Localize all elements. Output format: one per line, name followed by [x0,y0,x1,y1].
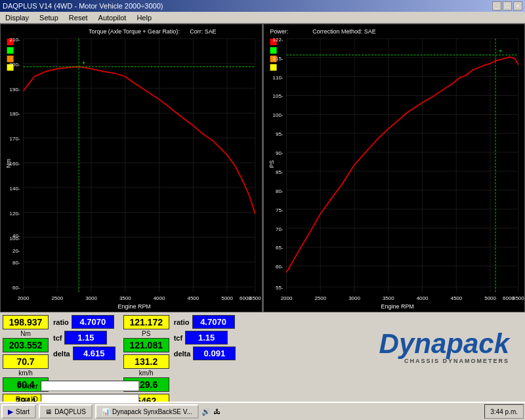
svg-text:90-: 90- [276,150,284,156]
svg-text:3500: 3500 [382,295,394,301]
svg-text:6500: 6500 [513,295,524,301]
svg-text:4000: 4000 [416,295,428,301]
systray: 🔊 🖧 [201,408,220,416]
left-label2: km/h [18,369,33,377]
svg-text:55-: 55- [276,285,284,291]
left-value1-top: 198.937 [3,315,49,329]
left-ratio-value: 4.7070 [72,315,114,329]
svg-text:110-: 110- [272,75,283,81]
left-value2-top: 70.7 [3,354,49,369]
left-label1: Nm [20,329,31,338]
svg-text:180-: 180- [10,111,20,117]
maximize-button[interactable]: □ [503,1,512,10]
svg-text:20-: 20- [12,248,20,254]
svg-text:5000: 5000 [221,295,233,301]
taskbar-time: 3:44 p.m. [484,404,524,419]
svg-text:115-: 115- [272,56,283,62]
folder-row: Folder [5,381,139,391]
svg-text:4000: 4000 [154,295,165,301]
folder-input[interactable] [41,381,139,391]
svg-rect-0 [4,24,259,312]
svg-text:40-: 40- [12,233,20,239]
right-label1: PS [142,329,150,338]
right-value1-bot: 121.081 [123,338,169,352]
svg-text:Engine RPM: Engine RPM [118,303,151,310]
charts-container: Torque (Axle Torque + Gear Ratio): Corr:… [0,24,525,312]
logo-brand: Dynapack [379,330,509,358]
menu-autopilot[interactable]: Autopilot [96,14,129,22]
title-text: DAQPLUS V14 (4WD - Motor Vehicle 2000÷30… [3,2,163,10]
close-button[interactable]: × [513,1,522,10]
taskbar-btn-daqplus[interactable]: 🖥 DAQPLUS [39,404,93,419]
right-ratio-value: 4.7070 [192,315,235,329]
left-data-panel: 198.937 Nm 203.552 70.7 km/h 60.4 2944 r… [3,315,116,375]
taskbar: ▶ Start 🖥 DAQPLUS 📊 Dynapack SynxBackSE … [0,402,525,420]
data-divider [118,315,121,375]
right-delta-value: 0.091 [193,346,236,360]
start-label: Start [16,408,30,415]
taskbar-icon-dynapack: 📊 [102,408,110,415]
left-delta-label: delta [53,350,70,358]
start-button[interactable]: ▶ Start [1,404,36,419]
svg-text:Engine RPM: Engine RPM [381,303,413,310]
svg-text:+: + [82,60,85,66]
svg-text:170-: 170- [10,136,20,142]
start-icon: ▶ [8,408,13,415]
right-delta-label: delta [174,350,191,358]
svg-text:Nm: Nm [5,159,12,168]
svg-text:70-: 70- [276,226,284,232]
svg-text:95-: 95- [276,131,284,137]
minimize-button[interactable]: _ [492,1,501,10]
taskbar-label-daqplus: DAQPLUS [54,408,86,415]
svg-text:80-: 80- [12,260,20,266]
menu-setup[interactable]: Setup [37,14,61,22]
svg-text:75-: 75- [276,207,284,213]
svg-text:120-: 120- [10,211,20,217]
menu-display[interactable]: Display [3,14,32,22]
dynapack-logo: Dynapack CHASSIS DYNAMOMETERS [238,315,522,375]
svg-text:5000: 5000 [484,295,496,301]
right-data-panel: 121.172 PS 121.081 131.2 km/h 129.6 5462… [123,315,236,375]
svg-text:200-: 200- [10,62,20,68]
svg-text:Power:: Power: [270,28,288,35]
svg-text:Correction Method: SAE: Correction Method: SAE [312,28,375,35]
svg-text:3500: 3500 [119,295,131,301]
right-label2: km/h [139,369,154,377]
svg-rect-59 [270,64,276,71]
taskbar-btn-dynapack[interactable]: 📊 Dynapack SynxBackSE V... [95,404,199,419]
svg-text:2000: 2000 [280,295,292,301]
power-chart: Power: Correction Method: SAE [263,24,526,312]
left-tcf-label: tcf [53,334,62,342]
svg-text:2500: 2500 [51,295,63,301]
left-ratio-section: ratio 4.7070 tcf 1.15 delta 4.615 [53,315,116,360]
title-bar-buttons: _ □ × [492,1,522,10]
left-ratio-label: ratio [53,318,69,326]
svg-text:140-: 140- [10,186,20,192]
svg-text:190-: 190- [10,87,20,93]
svg-text:65-: 65- [276,245,284,251]
torque-chart: Torque (Axle Torque + Gear Ratio): Corr:… [0,24,263,312]
right-tcf-value: 1.15 [185,331,228,345]
svg-text:60-: 60- [12,285,20,291]
right-tcf-label: tcf [174,334,182,342]
left-delta-value: 4.615 [73,346,116,360]
right-value1-top: 121.172 [123,315,169,329]
svg-text:2500: 2500 [314,295,326,301]
svg-text:3000: 3000 [348,295,360,301]
svg-text:60-: 60- [276,264,284,270]
svg-text:+: + [499,48,502,54]
title-bar: DAQPLUS V14 (4WD - Motor Vehicle 2000÷30… [0,0,525,12]
data-area: 198.937 Nm 203.552 70.7 km/h 60.4 2944 r… [0,312,525,378]
svg-text:3000: 3000 [85,295,97,301]
svg-text:100-: 100- [272,112,283,118]
svg-text:105-: 105- [272,93,283,99]
svg-rect-57 [270,47,276,54]
right-ratio-section: ratio 4.7070 tcf 1.15 delta 0.091 [174,315,236,360]
menu-reset[interactable]: Reset [66,14,91,22]
svg-text:85-: 85- [276,169,284,175]
left-value1-bot: 203.552 [3,338,49,352]
left-tcf-value: 1.15 [64,331,107,345]
svg-text:210-: 210- [10,37,20,43]
menu-help[interactable]: Help [134,14,154,22]
network-icon: 🖧 [213,408,220,415]
